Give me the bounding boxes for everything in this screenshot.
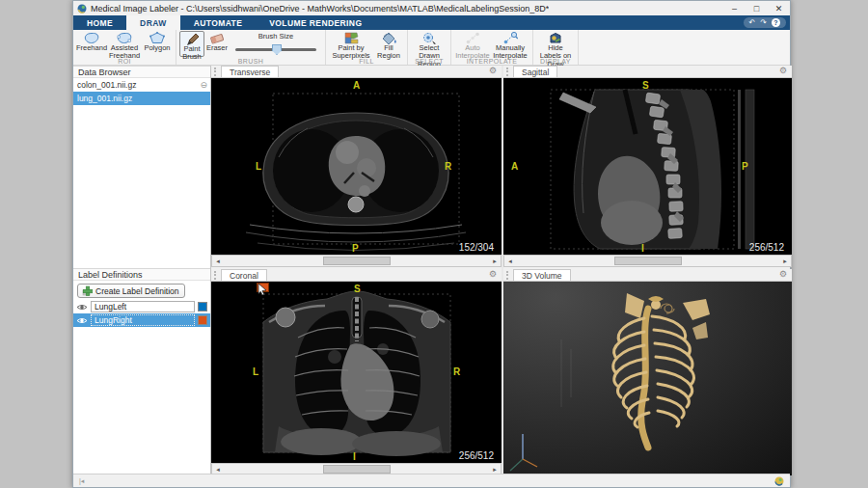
brush-size-label: Brush Size <box>258 32 293 41</box>
label-definitions-header: Label Definitions <box>73 268 210 281</box>
tab-draw[interactable]: DRAW <box>126 15 180 30</box>
volume-canvas[interactable] <box>503 282 792 475</box>
create-label-definition-button[interactable]: Create Label Definition <box>77 284 185 298</box>
volume-tabstrip: 3D Volume ⚙ <box>503 269 792 282</box>
sagittal-slider-track[interactable] <box>516 256 779 266</box>
maximize-button[interactable]: □ <box>746 1 768 15</box>
group-select: Select Drawn Region SELECT <box>408 30 451 65</box>
slider-right-arrow-icon[interactable]: ▸ <box>489 258 501 264</box>
viewport-sagittal: Sagittal ⚙ <box>503 66 792 267</box>
transverse-tab[interactable]: Transverse <box>221 66 279 77</box>
undo-icon[interactable]: ↶ <box>749 19 756 27</box>
item-remove-icon[interactable]: ⊖ <box>200 81 207 90</box>
transverse-tabstrip: Transverse ⚙ <box>211 66 502 78</box>
label-row-lungright[interactable]: LungRight <box>73 313 210 327</box>
freehand-button[interactable]: Freehand <box>76 31 107 57</box>
orientation-label-left: L <box>253 366 258 377</box>
slider-left-arrow-icon[interactable]: ◂ <box>212 466 224 473</box>
visibility-eye-icon[interactable] <box>76 303 88 312</box>
orientation-label-posterior: P <box>742 161 748 172</box>
statusbar-grip-icon: |◂ <box>79 477 84 485</box>
volume-settings-gear-icon[interactable]: ⚙ <box>779 270 787 279</box>
volume-rendering <box>503 282 792 475</box>
group-brush: Paint Brush Eraser Brush Size BRUSH <box>176 30 326 65</box>
help-icon[interactable]: ? <box>772 18 780 27</box>
visibility-eye-icon[interactable] <box>76 316 88 325</box>
fill-region-button[interactable]: Fill Region <box>373 31 404 57</box>
orientation-label-inferior: I <box>641 243 644 254</box>
group-fill: Paint by Superpixels Fill Region FILL <box>326 30 408 65</box>
sagittal-ct-image <box>503 78 792 255</box>
plus-icon <box>82 285 93 296</box>
panel-grip-icon <box>214 271 218 280</box>
coronal-tabstrip: Coronal ⚙ <box>211 269 502 282</box>
slider-right-arrow-icon[interactable]: ▸ <box>779 258 791 264</box>
coronal-tab[interactable]: Coronal <box>221 269 267 281</box>
volume-tab[interactable]: 3D Volume <box>513 269 571 281</box>
titlebar: Medical Image Labeler - C:\Users\ssidhwa… <box>73 1 790 15</box>
manually-interpolate-button[interactable]: Manually Interpolate <box>491 31 529 57</box>
transverse-slice-slider[interactable]: ◂ ▸ <box>211 255 502 267</box>
sagittal-tab-label: Sagittal <box>522 68 549 77</box>
select-drawn-region-button[interactable]: Select Drawn Region <box>411 31 448 57</box>
group-label-display: DISPLAY <box>533 58 578 65</box>
brush-size-slider[interactable] <box>235 42 316 56</box>
paint-brush-button[interactable]: Paint Brush <box>179 31 204 57</box>
data-item-colon-label: colon_001.nii.gz <box>77 80 136 90</box>
sagittal-slider-thumb[interactable] <box>614 257 682 265</box>
data-item-colon[interactable]: colon_001.nii.gz ⊖ <box>73 78 210 92</box>
coronal-canvas[interactable]: S L R I 256/512 <box>211 282 502 463</box>
hide-labels-on-draw-button[interactable]: Hide Labels on Draw <box>536 31 575 57</box>
paint-by-superpixels-button[interactable]: Paint by Superpixels <box>329 31 373 57</box>
sagittal-canvas[interactable]: S A P I 256/512 <box>503 78 792 255</box>
freehand-label: Freehand <box>76 44 107 52</box>
transverse-slider-thumb[interactable] <box>323 257 391 265</box>
close-button[interactable]: ✕ <box>768 1 790 15</box>
label-color-swatch-lungleft[interactable] <box>198 302 207 312</box>
slider-left-arrow-icon[interactable]: ◂ <box>504 258 516 264</box>
slider-left-arrow-icon[interactable]: ◂ <box>212 258 224 264</box>
redo-icon[interactable]: ↷ <box>760 19 767 27</box>
slider-right-arrow-icon[interactable]: ▸ <box>489 466 501 473</box>
tab-automate[interactable]: AUTOMATE <box>180 15 257 30</box>
panel-grip-icon <box>214 68 218 76</box>
orientation-label-anterior: A <box>511 161 518 172</box>
data-item-lung-label: lung_001.nii.gz <box>77 94 132 103</box>
quick-access-toolbar: ↶ ↷ ? <box>744 17 786 28</box>
transverse-canvas[interactable]: A L R P 152/304 <box>211 78 502 255</box>
group-label-select: SELECT <box>408 58 450 65</box>
brush-size-thumb[interactable] <box>272 44 282 55</box>
app-window: Medical Image Labeler - C:\Users\ssidhwa… <box>72 0 791 488</box>
polygon-button[interactable]: Polygon <box>142 31 173 57</box>
statusbar: |◂ <box>73 474 790 487</box>
label-row-lungleft[interactable]: LungLeft <box>73 300 210 313</box>
minimize-button[interactable]: – <box>723 1 746 15</box>
group-label-fill: FILL <box>326 58 407 65</box>
coronal-settings-gear-icon[interactable]: ⚙ <box>489 270 497 279</box>
cursor-arrow-icon <box>257 283 268 295</box>
tab-home[interactable]: HOME <box>73 15 126 30</box>
coronal-tab-label: Coronal <box>230 271 258 281</box>
group-label-interpolate: INTERPOLATE <box>451 58 532 65</box>
label-definitions-title: Label Definitions <box>78 270 143 280</box>
sagittal-slice-indicator: 256/512 <box>749 242 784 253</box>
transverse-settings-gear-icon[interactable]: ⚙ <box>489 67 497 75</box>
eraser-button[interactable]: Eraser <box>204 31 230 57</box>
viewport-transverse: Transverse ⚙ A L <box>211 66 502 267</box>
sagittal-slice-slider[interactable]: ◂ ▸ <box>503 255 792 267</box>
transverse-slider-track[interactable] <box>224 256 489 266</box>
data-browser-title: Data Browser <box>78 68 131 77</box>
sagittal-tabstrip: Sagittal ⚙ <box>503 66 792 78</box>
sagittal-settings-gear-icon[interactable]: ⚙ <box>779 67 787 75</box>
label-color-swatch-lungright[interactable] <box>198 315 207 325</box>
coronal-slider-thumb[interactable] <box>323 465 391 474</box>
data-item-lung[interactable]: lung_001.nii.gz <box>73 92 210 105</box>
sagittal-tab[interactable]: Sagittal <box>513 66 557 77</box>
label-name-lungleft[interactable]: LungLeft <box>91 301 195 312</box>
label-name-lungright[interactable]: LungRight <box>91 314 195 326</box>
create-label-definition-label: Create Label Definition <box>95 286 178 296</box>
coronal-slice-indicator: 256/512 <box>459 450 494 461</box>
transverse-tab-label: Transverse <box>230 68 270 77</box>
tab-volume-rendering[interactable]: VOLUME RENDERING <box>256 15 375 30</box>
assisted-freehand-button[interactable]: Assisted Freehand <box>107 31 142 57</box>
